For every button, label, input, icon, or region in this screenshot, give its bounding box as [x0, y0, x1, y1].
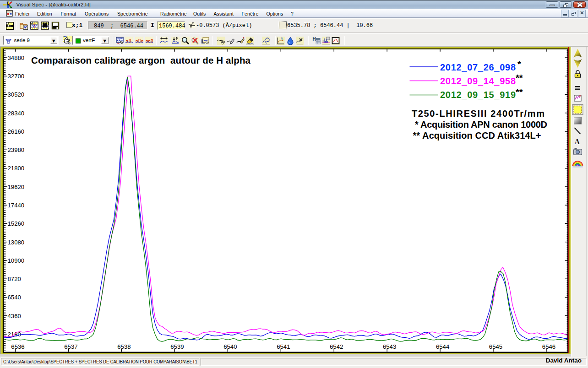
- svg-text:c: c: [579, 94, 581, 98]
- svg-text:6543: 6543: [383, 343, 396, 350]
- svg-text:4360: 4360: [8, 313, 21, 319]
- svg-text:* Acquisition APN canon 1000D: * Acquisition APN canon 1000D: [415, 119, 547, 130]
- svg-text:6540: 6540: [8, 294, 21, 301]
- svg-text:8720: 8720: [8, 276, 21, 282]
- svg-text:6540: 6540: [223, 343, 237, 350]
- svg-text:6542: 6542: [330, 343, 343, 350]
- svg-text:6541: 6541: [277, 343, 290, 350]
- svg-text:21800: 21800: [8, 165, 25, 172]
- svg-text:**: **: [516, 73, 523, 83]
- svg-text:6536: 6536: [11, 343, 24, 350]
- svg-text:23980: 23980: [8, 146, 25, 153]
- svg-text:15260: 15260: [8, 220, 25, 227]
- svg-text:19620: 19620: [8, 184, 25, 190]
- svg-text:6546: 6546: [542, 343, 555, 350]
- svg-text:13080: 13080: [8, 239, 25, 246]
- svg-text:Comparaison calibrage argon a: Comparaison calibrage argon autour de H …: [31, 55, 251, 65]
- svg-text:** Acquisition CCD Atik314L+: ** Acquisition CCD Atik314L+: [413, 130, 541, 141]
- svg-text:H: H: [313, 37, 316, 42]
- svg-text:6545: 6545: [489, 343, 502, 350]
- svg-text:28340: 28340: [8, 110, 25, 117]
- svg-text:26160: 26160: [8, 128, 25, 135]
- svg-text:A: A: [574, 138, 580, 146]
- svg-text:6544: 6544: [436, 343, 449, 350]
- svg-text:1: 1: [281, 37, 283, 41]
- svg-text:32700: 32700: [8, 73, 25, 80]
- svg-text:30520: 30520: [8, 91, 25, 98]
- svg-text:2012_09_15_919: 2012_09_15_919: [440, 90, 516, 100]
- svg-text:6537: 6537: [64, 343, 77, 350]
- svg-text:2012_07_26_098: 2012_07_26_098: [440, 62, 516, 72]
- svg-text:6538: 6538: [117, 343, 131, 350]
- svg-text:34880: 34880: [8, 54, 25, 61]
- svg-text:*: *: [517, 59, 521, 69]
- svg-text:10900: 10900: [8, 257, 25, 264]
- svg-text:**: **: [516, 87, 523, 97]
- svg-text:2012_09_14_958: 2012_09_14_958: [440, 76, 516, 86]
- svg-text:17440: 17440: [8, 202, 25, 209]
- svg-text:6539: 6539: [170, 343, 184, 350]
- svg-text:T250-LHIRESIII 2400Tr/mm: T250-LHIRESIII 2400Tr/mm: [412, 108, 544, 119]
